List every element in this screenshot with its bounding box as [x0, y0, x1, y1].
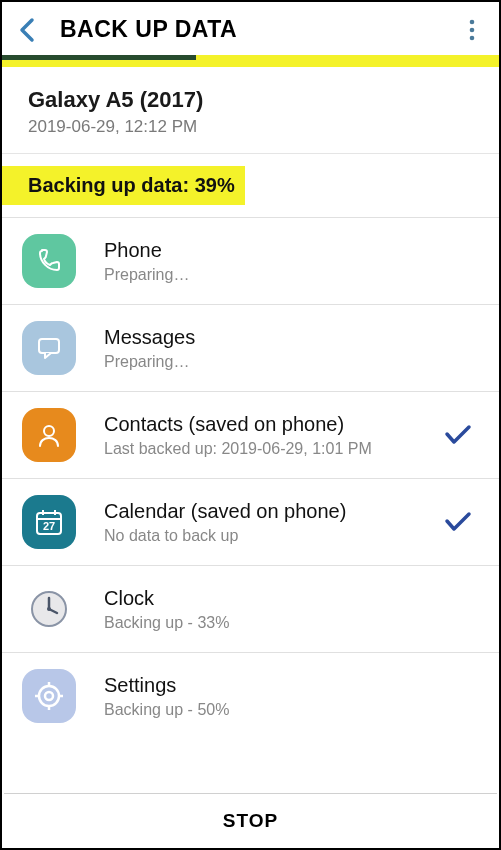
list-item-phone[interactable]: Phone Preparing…: [2, 218, 499, 305]
svg-point-0: [470, 19, 475, 24]
svg-point-13: [45, 692, 53, 700]
phone-icon: [22, 234, 76, 288]
messages-icon: [22, 321, 76, 375]
footer-bar: STOP: [4, 793, 497, 848]
list-item-calendar[interactable]: 27 Calendar (saved on phone) No data to …: [2, 479, 499, 566]
device-info: Galaxy A5 (2017) 2019-06-29, 12:12 PM: [2, 67, 499, 153]
svg-point-12: [39, 686, 59, 706]
calendar-icon: 27: [22, 495, 76, 549]
item-title: Clock: [104, 587, 479, 610]
svg-point-1: [470, 27, 475, 32]
svg-rect-3: [39, 339, 59, 353]
clock-icon: [22, 582, 76, 636]
status-badge: Backing up data: 39%: [2, 166, 245, 205]
item-sub: No data to back up: [104, 527, 435, 545]
list-item-contacts[interactable]: Contacts (saved on phone) Last backed up…: [2, 392, 499, 479]
device-timestamp: 2019-06-29, 12:12 PM: [28, 117, 473, 137]
progress-fill: [2, 55, 196, 60]
list-item-clock[interactable]: Clock Backing up - 33%: [2, 566, 499, 653]
item-sub: Backing up - 33%: [104, 614, 479, 632]
stop-button[interactable]: STOP: [223, 810, 278, 831]
svg-point-4: [44, 426, 54, 436]
status-row: Backing up data: 39%: [2, 154, 499, 217]
svg-point-2: [470, 35, 475, 40]
back-icon[interactable]: [18, 17, 36, 43]
app-header: BACK UP DATA: [2, 2, 499, 55]
item-title: Contacts (saved on phone): [104, 413, 435, 436]
item-sub: Preparing…: [104, 266, 479, 284]
list-item-messages[interactable]: Messages Preparing…: [2, 305, 499, 392]
item-title: Calendar (saved on phone): [104, 500, 435, 523]
svg-point-11: [47, 607, 51, 611]
item-sub: Backing up - 50%: [104, 701, 479, 719]
page-title: BACK UP DATA: [60, 16, 469, 43]
contacts-icon: [22, 408, 76, 462]
svg-text:27: 27: [43, 520, 55, 532]
progress-bar: [2, 55, 499, 67]
item-title: Phone: [104, 239, 479, 262]
item-sub: Preparing…: [104, 353, 479, 371]
check-icon: [443, 424, 473, 446]
device-name: Galaxy A5 (2017): [28, 87, 473, 113]
item-sub: Last backed up: 2019-06-29, 1:01 PM: [104, 440, 435, 458]
settings-icon: [22, 669, 76, 723]
item-title: Settings: [104, 674, 479, 697]
item-title: Messages: [104, 326, 479, 349]
more-options-icon[interactable]: [469, 19, 483, 41]
list-item-settings[interactable]: Settings Backing up - 50%: [2, 653, 499, 739]
backup-list: Phone Preparing… Messages Preparing… Con…: [2, 217, 499, 739]
check-icon: [443, 511, 473, 533]
